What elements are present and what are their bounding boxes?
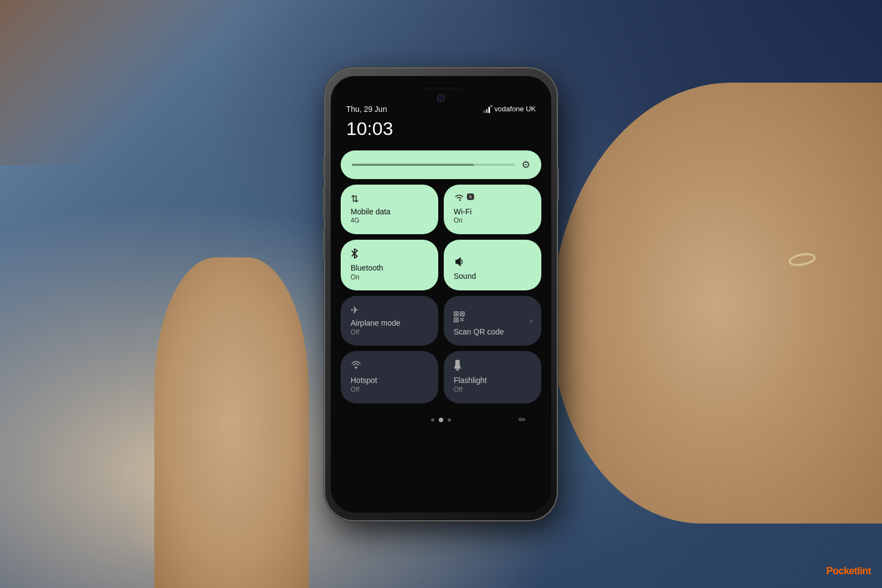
nav-dot-3: [448, 418, 451, 422]
signal-icon: [483, 105, 492, 113]
volume-down-button[interactable]: [323, 228, 325, 261]
svg-line-3: [491, 105, 492, 107]
svg-rect-13: [462, 320, 464, 321]
mobile-data-subtitle: 4G: [351, 217, 428, 225]
volume-up-button[interactable]: [323, 187, 325, 220]
wifi-icon: [454, 193, 465, 204]
nav-dot-1: [431, 418, 434, 422]
svg-marker-1: [486, 109, 487, 113]
phone-body: Thu, 29 Jun vodafone UK 10:03: [325, 68, 557, 520]
svg-rect-12: [460, 320, 461, 321]
bg-decoration-1: [0, 0, 276, 165]
mobile-data-title: Mobile data: [351, 207, 428, 217]
front-camera: [438, 95, 444, 101]
flashlight-subtitle: Off: [454, 386, 531, 395]
sound-icon: [454, 257, 531, 268]
svg-rect-16: [455, 360, 460, 364]
qr-arrow-icon: ›: [530, 316, 533, 325]
bluetooth-icon: [351, 249, 428, 260]
bluetooth-subtitle: On: [351, 273, 428, 282]
hand-fingers: [154, 257, 309, 588]
time-row: 10:03: [331, 118, 551, 150]
svg-marker-0: [483, 111, 485, 113]
tile-mobile-data[interactable]: ⇅ Mobile data 4G: [341, 185, 438, 234]
phone-screen: Thu, 29 Jun vodafone UK 10:03: [331, 76, 551, 513]
carrier-name: vodafone UK: [494, 105, 536, 113]
power-button[interactable]: [557, 168, 559, 201]
flashlight-icon: [454, 360, 531, 373]
svg-rect-17: [456, 369, 459, 371]
settings-icon[interactable]: ⚙: [521, 159, 530, 171]
tile-sound[interactable]: Sound: [444, 240, 541, 290]
wifi-subtitle: On: [454, 217, 531, 225]
svg-rect-5: [455, 313, 457, 315]
status-time: 10:03: [346, 118, 393, 139]
bluetooth-title: Bluetooth: [351, 263, 428, 273]
brightness-fill: [352, 164, 474, 166]
qr-icon: [454, 311, 531, 324]
hotspot-subtitle: Off: [351, 386, 428, 395]
mobile-data-icon: ⇅: [351, 194, 428, 204]
mute-button[interactable]: [323, 157, 325, 179]
tile-airplane-mode[interactable]: ✈ Airplane mode Off: [341, 296, 438, 346]
tile-scan-qr[interactable]: Scan QR code ›: [444, 296, 541, 346]
brightness-bar: [352, 164, 515, 166]
bottom-nav: ✏: [341, 409, 541, 431]
watermark-main: Pocket: [826, 565, 857, 576]
hotspot-icon: [351, 360, 428, 373]
tile-hotspot[interactable]: Hotspot Off: [341, 351, 438, 403]
flashlight-title: Flashlight: [454, 376, 531, 385]
svg-rect-9: [455, 319, 457, 321]
tile-bluetooth[interactable]: Bluetooth On: [341, 240, 438, 290]
status-date: Thu, 29 Jun: [346, 105, 387, 114]
airplane-icon: ✈: [351, 305, 428, 315]
watermark-accent: lint: [857, 565, 871, 576]
svg-point-15: [355, 366, 357, 369]
quick-tiles-grid: ⇅ Mobile data 4G: [341, 185, 541, 403]
watermark: Pocketlint: [826, 565, 871, 577]
tile-flashlight[interactable]: Flashlight Off: [444, 351, 541, 403]
qr-title: Scan QR code: [454, 327, 531, 337]
svg-rect-10: [460, 318, 461, 319]
tile-wifi[interactable]: 6 Wi-Fi On: [444, 185, 541, 234]
svg-marker-2: [488, 107, 490, 113]
sound-title: Sound: [454, 272, 531, 281]
wifi-header: 6: [454, 193, 531, 207]
airplane-title: Airplane mode: [351, 319, 428, 328]
airplane-subtitle: Off: [351, 328, 428, 337]
phone-wrapper: Thu, 29 Jun vodafone UK 10:03: [325, 68, 557, 520]
wifi-badge: 6: [467, 193, 474, 200]
wifi-title: Wi-Fi: [454, 207, 531, 217]
speaker-grille: [419, 86, 463, 89]
svg-rect-11: [462, 318, 464, 319]
control-panel: ⚙ ⇅ Mobile data 4G: [331, 150, 551, 431]
svg-rect-14: [461, 319, 462, 320]
hotspot-title: Hotspot: [351, 376, 428, 385]
edit-button[interactable]: ✏: [519, 414, 526, 425]
svg-rect-7: [461, 313, 463, 315]
nav-dot-2: [439, 418, 443, 422]
brightness-slider[interactable]: ⚙: [341, 150, 541, 179]
carrier-info: vodafone UK: [483, 105, 536, 113]
